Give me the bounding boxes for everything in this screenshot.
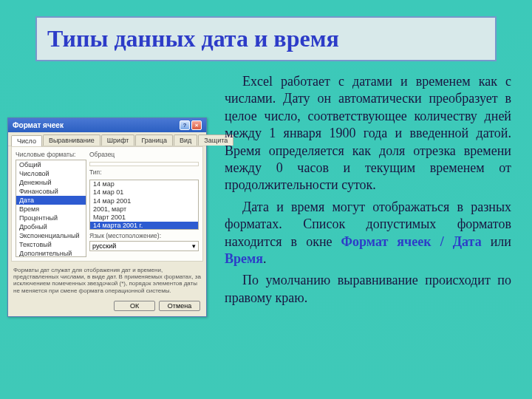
category-item[interactable]: Текстовый: [16, 240, 86, 249]
sample-label: Образец: [89, 151, 199, 158]
ok-button[interactable]: ОК: [114, 301, 155, 311]
type-item[interactable]: 14 мар: [90, 180, 198, 188]
tab-alignment[interactable]: Выравнивание: [43, 134, 100, 146]
category-label: Числовые форматы:: [16, 151, 86, 158]
sample-column: Образец Тип: 14 мар 14 мар 01 14 мар 200…: [89, 151, 199, 257]
close-icon[interactable]: ×: [191, 120, 202, 130]
language-select[interactable]: русский ▾: [89, 241, 199, 251]
category-item-selected[interactable]: Дата: [16, 196, 86, 205]
p2-text-e: .: [263, 251, 267, 266]
type-list[interactable]: 14 мар 14 мар 01 14 мар 2001 2001, март …: [89, 180, 199, 230]
category-item[interactable]: Время: [16, 205, 86, 214]
type-label: Тип:: [89, 168, 199, 176]
category-item[interactable]: Денежный: [16, 178, 86, 187]
type-item-selected[interactable]: 14 марта 2001 г.: [90, 222, 198, 230]
language-row: Язык (местоположение): русский ▾: [89, 232, 199, 251]
type-item[interactable]: 2001, март: [90, 205, 198, 214]
language-value: русский: [92, 242, 116, 250]
cancel-button[interactable]: Отмена: [159, 301, 200, 311]
language-label: Язык (местоположение):: [89, 232, 199, 239]
chevron-down-icon: ▾: [192, 242, 196, 250]
tab-number[interactable]: Число: [11, 135, 42, 146]
tab-fill[interactable]: Вид: [174, 134, 197, 146]
paragraph-3: По умолчанию выравнивание про­исходит по…: [225, 272, 511, 307]
dialog-titlebar: Формат ячеек ? ×: [8, 118, 206, 132]
category-column: Числовые форматы: Общий Числовой Денежны…: [16, 151, 86, 257]
category-item[interactable]: Общий: [16, 160, 86, 169]
tab-font[interactable]: Шрифт: [101, 134, 135, 146]
highlight-format-cells: Формат ячеек / Дата: [341, 234, 482, 249]
window-controls: ? ×: [180, 120, 202, 130]
highlight-time: Время: [225, 251, 263, 266]
dialog-title: Формат ячеек: [13, 121, 64, 129]
dialog-tabs: Число Выравнивание Шрифт Граница Вид Защ…: [8, 132, 206, 146]
page-title: Типы данных дата и время: [35, 16, 497, 61]
tab-border[interactable]: Граница: [135, 134, 173, 146]
category-list[interactable]: Общий Числовой Денежный Финансовый Дата …: [16, 160, 86, 257]
type-item[interactable]: 14 мар 2001: [90, 197, 198, 205]
content-row: Формат ячеек ? × Число Выравнивание Шриф…: [0, 73, 532, 317]
format-cells-dialog: Формат ячеек ? × Число Выравнивание Шриф…: [7, 117, 207, 317]
dialog-body: Числовые форматы: Общий Числовой Денежны…: [11, 146, 203, 262]
screenshot-column: Формат ячеек ? × Число Выравнивание Шриф…: [7, 73, 214, 317]
category-item[interactable]: Финансовый: [16, 187, 86, 196]
type-item[interactable]: Март 2001: [90, 214, 198, 222]
type-item[interactable]: 14 мар 01: [90, 188, 198, 197]
format-description: Форматы дат служат для отображения дат и…: [8, 265, 206, 298]
category-item[interactable]: Дополнительный: [16, 249, 86, 257]
body-text: Excel работает с датами и временем как с…: [225, 73, 511, 317]
category-item[interactable]: Процентный: [16, 214, 86, 222]
paragraph-1: Excel работает с датами и временем как с…: [225, 73, 511, 194]
help-icon[interactable]: ?: [180, 120, 190, 130]
category-item[interactable]: Числовой: [16, 169, 86, 178]
sample-box: [89, 162, 199, 166]
category-item[interactable]: Экспоненциальный: [16, 231, 86, 240]
p2-text-c: или: [482, 234, 511, 249]
paragraph-2: Дата и время могут отображаться в разных…: [225, 199, 511, 268]
dialog-footer: ОК Отмена: [8, 298, 206, 316]
category-item[interactable]: Дробный: [16, 222, 86, 231]
